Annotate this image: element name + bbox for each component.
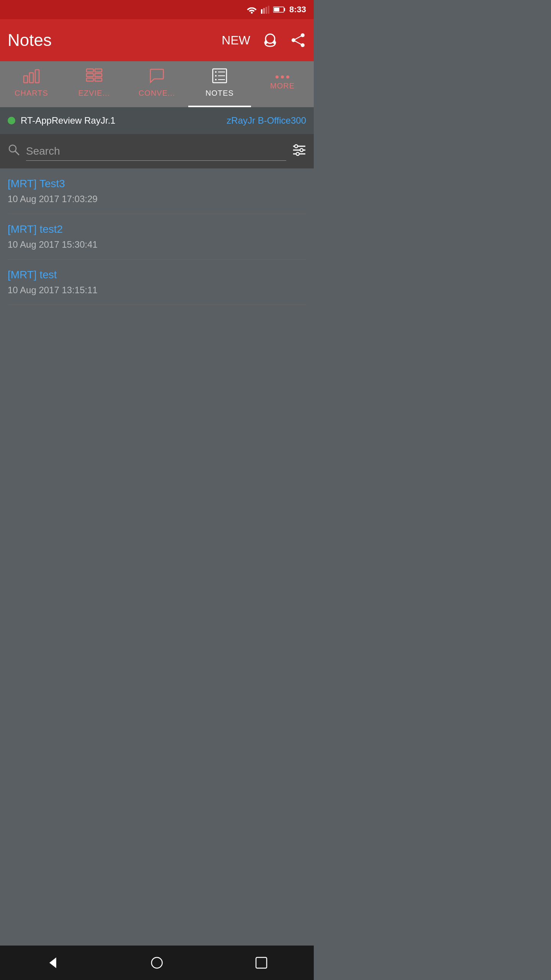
share-icon: [290, 32, 306, 48]
svg-rect-23: [95, 74, 102, 77]
svg-point-28: [215, 79, 217, 80]
new-button[interactable]: NEW: [222, 33, 250, 47]
status-bar: 8:33: [0, 0, 314, 19]
charts-icon: [23, 68, 40, 86]
note-date-1: 10 Aug 2017 15:30:41: [8, 239, 306, 250]
app-bar: Notes NEW: [0, 19, 314, 61]
note-title-1: [MRT] test2: [8, 223, 306, 235]
svg-rect-7: [274, 8, 279, 11]
headphone-icon: [262, 32, 279, 49]
svg-line-14: [293, 35, 303, 40]
note-item-1[interactable]: [MRT] test2 10 Aug 2017 15:30:41: [8, 214, 306, 260]
chat-icon: [148, 68, 165, 86]
svg-rect-2: [263, 8, 265, 14]
svg-point-26: [215, 71, 217, 73]
note-item-0[interactable]: [MRT] Test3 10 Aug 2017 17:03:29: [8, 168, 306, 214]
notes-icon: [211, 68, 228, 86]
status-icons: 8:33: [246, 5, 306, 15]
svg-rect-19: [86, 69, 93, 72]
signal-icon: [261, 5, 269, 14]
tab-charts[interactable]: CHARTS: [0, 61, 63, 107]
search-input[interactable]: [26, 142, 286, 161]
note-title-0: [MRT] Test3: [8, 178, 306, 190]
svg-point-38: [300, 149, 303, 152]
svg-rect-17: [29, 73, 33, 83]
status-time: 8:33: [289, 5, 306, 15]
svg-rect-4: [268, 6, 269, 14]
tab-ezview-label: EZVIE...: [78, 89, 110, 98]
svg-point-37: [295, 145, 298, 148]
svg-point-27: [215, 75, 217, 77]
svg-line-33: [15, 151, 19, 155]
tab-notes[interactable]: NOTES: [188, 61, 251, 107]
svg-rect-20: [86, 74, 93, 77]
more-icon: [276, 75, 289, 78]
svg-rect-21: [86, 78, 93, 81]
status-row: RT-AppReview RayJr.1 zRayJr B-Office300: [0, 107, 314, 134]
svg-rect-24: [95, 78, 102, 81]
svg-point-39: [296, 152, 299, 155]
user-name: RT-AppReview RayJr.1: [21, 115, 116, 126]
svg-rect-18: [35, 70, 39, 83]
svg-rect-1: [261, 9, 262, 14]
app-title: Notes: [8, 31, 52, 50]
svg-line-15: [293, 40, 303, 45]
svg-point-0: [251, 12, 253, 14]
status-left: RT-AppReview RayJr.1: [8, 115, 116, 126]
wifi-icon: [246, 5, 257, 14]
connection-name: zRayJr B-Office300: [227, 115, 306, 126]
search-bar: [0, 134, 314, 168]
search-icon: [8, 144, 20, 159]
note-item-2[interactable]: [MRT] test 10 Aug 2017 13:15:11: [8, 260, 306, 305]
tab-ezview[interactable]: EZVIE...: [63, 61, 126, 107]
app-bar-actions: NEW: [222, 32, 306, 49]
tab-more[interactable]: MORE: [251, 61, 314, 107]
note-title-2: [MRT] test: [8, 269, 306, 281]
tab-charts-label: CHARTS: [15, 89, 48, 98]
online-indicator: [8, 117, 15, 124]
notes-list: [MRT] Test3 10 Aug 2017 17:03:29 [MRT] t…: [0, 168, 314, 305]
tab-conve-label: CONVE...: [139, 89, 175, 98]
svg-rect-3: [266, 7, 267, 14]
ezview-icon: [86, 68, 103, 86]
svg-rect-6: [284, 8, 285, 11]
tab-more-label: MORE: [270, 82, 295, 90]
filter-button[interactable]: [292, 143, 306, 160]
battery-icon: [273, 6, 285, 13]
notification-button[interactable]: [262, 32, 279, 49]
tab-notes-label: NOTES: [205, 89, 234, 98]
svg-rect-22: [95, 69, 102, 72]
tab-conve[interactable]: CONVE...: [126, 61, 188, 107]
tab-bar: CHARTS EZVIE... CONVE...: [0, 61, 314, 107]
note-date-0: 10 Aug 2017 17:03:29: [8, 194, 306, 204]
note-date-2: 10 Aug 2017 13:15:11: [8, 285, 306, 296]
share-button[interactable]: [290, 32, 306, 48]
svg-rect-16: [24, 76, 28, 83]
